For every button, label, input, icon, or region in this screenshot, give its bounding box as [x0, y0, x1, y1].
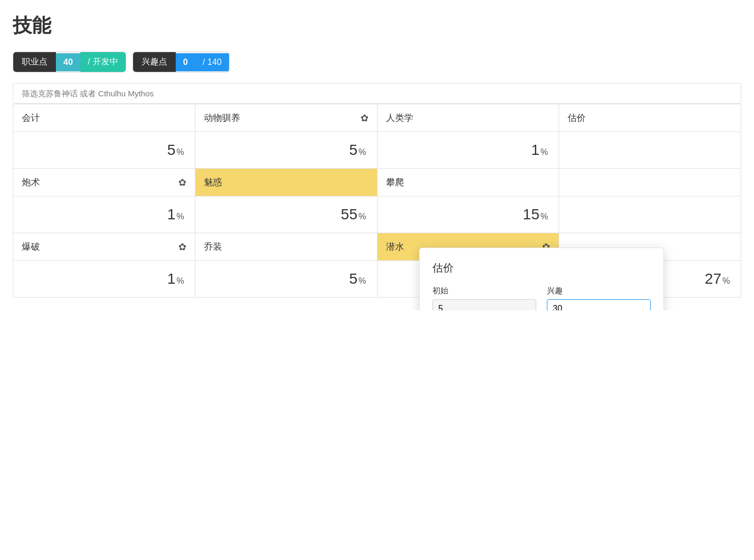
climb-name-cell[interactable]: 攀爬 — [377, 169, 559, 196]
artillery-name-cell[interactable]: 炮术 ✿ — [13, 169, 195, 196]
interest-points-label: 兴趣点 — [133, 52, 176, 72]
skills-table-wrapper: 会计 动物驯养 ✿ 人类学 估价 — [13, 104, 741, 298]
popup-title: 估价 — [432, 261, 651, 275]
popup-row-1: 初始 兴趣 — [432, 286, 651, 310]
table-row: 1% 55% 15% — [13, 196, 741, 233]
popup-initial-input[interactable] — [432, 299, 536, 310]
disguise-name-cell[interactable]: 乔装 — [195, 233, 377, 261]
charm-value-cell[interactable]: 55% — [195, 196, 377, 233]
table-row: 5% 5% 1% — [13, 132, 741, 169]
popup-interest-input[interactable] — [547, 299, 651, 310]
artillery-value-cell[interactable]: 1% — [13, 196, 195, 233]
disguise-value-cell[interactable]: 5% — [195, 261, 377, 298]
career-points-label: 职业点 — [13, 52, 56, 72]
career-points-value: 40 — [56, 53, 80, 71]
appraise-empty-cell-1 — [559, 132, 741, 169]
popup-initial-field: 初始 — [432, 286, 536, 310]
accounting-value-cell[interactable]: 5% — [13, 132, 195, 169]
skill-edit-popup: 估价 初始 兴趣 职业 成长 成长标记 — [419, 248, 664, 310]
page-title: 技能 — [13, 13, 741, 39]
col-header-anthropology: 人类学 — [377, 104, 559, 132]
col-header-accounting: 会计 — [13, 104, 195, 132]
climb-value-cell[interactable]: 15% — [377, 196, 559, 233]
animal-taming-value-cell[interactable]: 5% — [195, 132, 377, 169]
animal-taming-icon: ✿ — [360, 112, 368, 124]
artillery-icon: ✿ — [178, 177, 186, 188]
charm-name-cell[interactable]: 魅惑 — [195, 169, 377, 196]
demolition-icon: ✿ — [178, 241, 186, 253]
points-bar: 职业点 40 / 开发中 兴趣点 0 / 140 — [13, 52, 741, 72]
appraise-empty-cell-3 — [559, 196, 741, 233]
demolition-value-cell[interactable]: 1% — [13, 261, 195, 298]
col-header-appraise: 估价 — [559, 104, 741, 132]
popup-initial-label: 初始 — [432, 286, 536, 296]
col-header-animal-taming: 动物驯养 ✿ — [195, 104, 377, 132]
demolition-name-cell[interactable]: 爆破 ✿ — [13, 233, 195, 261]
popup-interest-field: 兴趣 — [547, 286, 651, 310]
popup-interest-label: 兴趣 — [547, 286, 651, 296]
anthropology-value-cell[interactable]: 1% — [377, 132, 559, 169]
table-row: 炮术 ✿ 魅惑 攀爬 — [13, 169, 741, 196]
interest-points-value: 0 — [176, 53, 195, 71]
interest-points-group: 兴趣点 0 / 140 — [133, 52, 230, 72]
interest-points-total: / 140 — [195, 53, 230, 71]
career-points-status: / 开发中 — [80, 52, 126, 72]
career-points-group: 职业点 40 / 开发中 — [13, 52, 126, 72]
search-input[interactable] — [13, 83, 741, 104]
appraise-empty-cell-2 — [559, 169, 741, 196]
